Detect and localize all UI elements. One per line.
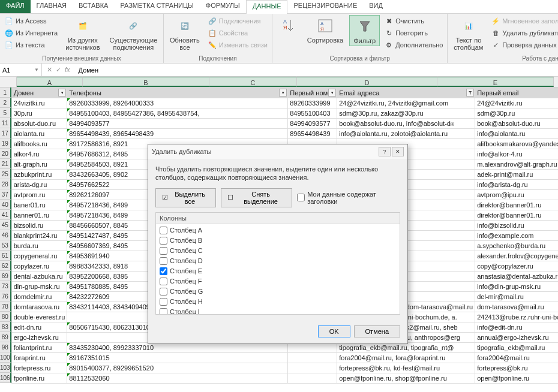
- cell[interactable]: 89654498439: [288, 129, 337, 139]
- remove-duplicates-button[interactable]: 🗑Удалить дубликаты: [489, 27, 558, 39]
- cell[interactable]: fortepress@bk.ru: [475, 363, 558, 373]
- advanced-filter-button[interactable]: ⚙Дополнительно: [382, 39, 445, 51]
- column-checkbox-item[interactable]: Столбец F: [157, 276, 398, 287]
- cell[interactable]: direktor@banner01.ru: [475, 200, 558, 210]
- connections-button[interactable]: 🔗Подключения: [206, 15, 269, 27]
- cell[interactable]: fortepress@bk.ru, kd-fest@mail.ru: [337, 363, 475, 373]
- row-header[interactable]: 45: [0, 220, 11, 230]
- cell[interactable]: [288, 363, 337, 373]
- cell[interactable]: domdelmir.ru: [11, 292, 67, 302]
- cell[interactable]: [288, 353, 337, 363]
- cell[interactable]: absolut-duo.ru: [11, 119, 67, 129]
- cell[interactable]: 89167351015: [67, 353, 288, 363]
- cell[interactable]: blankprint24.ru: [11, 231, 67, 241]
- cell[interactable]: 242413@rube.rz.ruhr-uni-bochum.de: [475, 312, 558, 322]
- properties-button[interactable]: 📋Свойства: [206, 27, 269, 39]
- cell[interactable]: dom-tarasova@mail.ru: [475, 302, 558, 312]
- cell[interactable]: copylazer.ru: [11, 261, 67, 272]
- clear-filter-button[interactable]: ✖Очистить: [382, 15, 445, 27]
- column-checkbox-item[interactable]: Столбец E: [157, 266, 398, 276]
- cell[interactable]: double-everest.ru: [11, 312, 67, 322]
- cell[interactable]: m.alexandrov@alt-graph.ru: [475, 159, 558, 170]
- cell[interactable]: alkor4.ru: [11, 149, 67, 159]
- column-checkbox-item[interactable]: Столбец H: [157, 297, 398, 307]
- cell[interactable]: direktor@banner01.ru: [475, 210, 558, 221]
- help-button[interactable]: ?: [379, 147, 391, 156]
- table-header-cell[interactable]: Email адреса: [337, 88, 475, 98]
- cell[interactable]: 83435230400, 89923337010: [67, 343, 288, 353]
- row-header[interactable]: 19: [0, 138, 11, 149]
- cell[interactable]: info@alkor-4.ru: [475, 149, 558, 159]
- edit-links-button[interactable]: ✏️Изменить связи: [206, 39, 269, 51]
- cell[interactable]: info@example.com: [475, 231, 558, 241]
- row-header[interactable]: 98: [0, 342, 11, 352]
- ok-button[interactable]: OK: [318, 325, 350, 337]
- column-checkbox-item[interactable]: Столбец G: [157, 287, 398, 297]
- cell[interactable]: fora2004@mail.ru: [475, 353, 558, 363]
- cell[interactable]: 89260333999: [288, 98, 337, 108]
- cell[interactable]: alifbooks.ru: [11, 139, 67, 149]
- row-header[interactable]: 17: [0, 128, 11, 138]
- select-all-corner[interactable]: [0, 77, 17, 87]
- row-header[interactable]: 41: [0, 210, 11, 220]
- row-header[interactable]: 46: [0, 230, 11, 240]
- fx-icon[interactable]: fx: [65, 66, 70, 74]
- tab-layout[interactable]: РАЗМЕТКА СТРАНИЦЫ: [114, 0, 199, 13]
- row-header[interactable]: 69: [0, 271, 11, 281]
- cell[interactable]: alifbooksmakarova@yandex.ru: [475, 139, 558, 149]
- cell[interactable]: a.sypchenko@burda.ru: [475, 241, 558, 251]
- row-header[interactable]: 89: [0, 332, 11, 342]
- cell[interactable]: dental-azbuka.ru: [11, 272, 67, 282]
- cell[interactable]: open@fponline.ru: [475, 373, 558, 384]
- cell[interactable]: arista-dg.ru: [11, 180, 67, 190]
- table-header-cell[interactable]: Первый номер▾: [288, 88, 337, 98]
- cancel-button[interactable]: Отмена: [354, 325, 400, 337]
- cell[interactable]: fora2004@mail.ru, fora@foraprint.ru: [337, 353, 475, 363]
- filter-dropdown-icon[interactable]: [466, 89, 474, 97]
- row-header[interactable]: 1: [0, 88, 11, 98]
- cell[interactable]: foraprint.ru: [11, 353, 67, 363]
- cell[interactable]: sdm@30p.ru, zakaz@30p.ru: [337, 108, 475, 119]
- col-header-D[interactable]: D: [297, 77, 437, 87]
- row-header[interactable]: 37: [0, 189, 11, 200]
- cell[interactable]: 30p.ru: [11, 108, 67, 119]
- cell[interactable]: tipografia_ekb@mail.ru: [475, 343, 558, 353]
- cell[interactable]: adek-print@mail.ru: [475, 170, 558, 180]
- cell[interactable]: domtarasova.ru: [11, 302, 67, 312]
- row-header[interactable]: 61: [0, 251, 11, 261]
- column-checkbox-item[interactable]: Столбец C: [157, 246, 398, 256]
- has-headers-checkbox[interactable]: Мои данные содержат заголовки: [297, 191, 400, 205]
- existing-conn-button[interactable]: 🔗Существующие подключения: [106, 15, 161, 52]
- col-header-C[interactable]: C: [209, 77, 297, 87]
- cell[interactable]: baner01.ru: [11, 200, 67, 210]
- row-header[interactable]: 2: [0, 98, 11, 108]
- cell[interactable]: avtprom.ru: [11, 190, 67, 200]
- data-validation-button[interactable]: ✓Проверка данных: [489, 39, 558, 51]
- row-header[interactable]: 80: [0, 312, 11, 322]
- filter-dropdown-icon[interactable]: ▾: [328, 89, 336, 97]
- cell[interactable]: 84955100403, 84955427386, 84955438754,: [67, 108, 288, 119]
- text-to-cols-button[interactable]: 📊Текст по столбцам: [450, 15, 487, 52]
- tab-review[interactable]: РЕЦЕНЗИРОВАНИЕ: [287, 0, 363, 13]
- row-header[interactable]: 5: [0, 108, 11, 118]
- cell[interactable]: 84955100403: [288, 108, 337, 119]
- cell[interactable]: 88112532060: [67, 373, 288, 384]
- row-header[interactable]: 25: [0, 169, 11, 179]
- cell[interactable]: copy@copylazer.ru: [475, 261, 558, 272]
- from-access-button[interactable]: 📄Из Access: [2, 15, 59, 27]
- cell[interactable]: info@bizsolid.ru: [475, 221, 558, 231]
- cell[interactable]: 24@24vizitki.ru: [475, 98, 558, 108]
- row-header[interactable]: 28: [0, 179, 11, 189]
- from-text-button[interactable]: 📄Из текста: [2, 39, 59, 51]
- cell[interactable]: alt-graph.ru: [11, 159, 67, 170]
- tab-home[interactable]: ГЛАВНАЯ: [31, 0, 73, 13]
- cell[interactable]: book@absolut-duo.ru: [475, 119, 558, 129]
- col-header-E[interactable]: E: [437, 77, 554, 87]
- table-header-cell[interactable]: Домен▾: [11, 88, 67, 98]
- row-header[interactable]: 78: [0, 301, 11, 312]
- filter-button[interactable]: Фильтр: [349, 15, 380, 46]
- cell[interactable]: bizsolid.ru: [11, 221, 67, 231]
- sort-button[interactable]: АЯСортировка: [304, 15, 347, 45]
- cell[interactable]: foliantprint.ru: [11, 343, 67, 353]
- cancel-edit-icon[interactable]: ✕: [47, 66, 52, 74]
